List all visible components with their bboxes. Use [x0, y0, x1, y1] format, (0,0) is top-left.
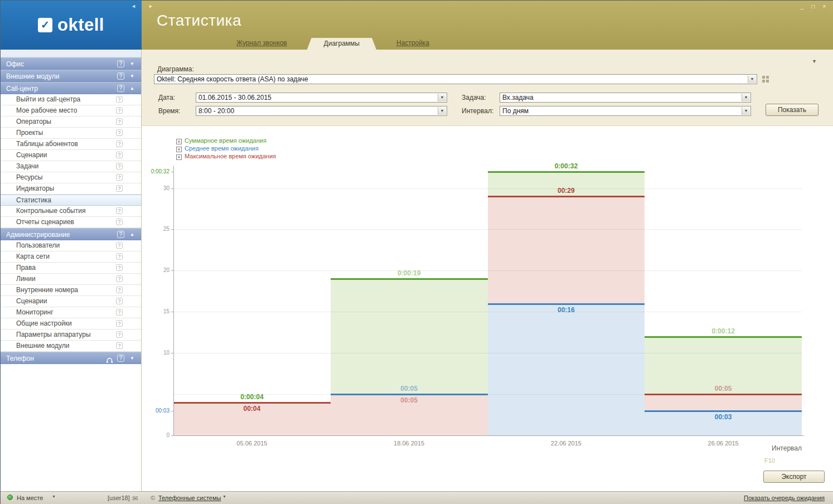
chart-line-total — [331, 278, 488, 280]
time-select[interactable]: 8:00 - 20:00 ▼ — [196, 106, 447, 116]
chevron-down-icon[interactable]: ▼ — [52, 495, 56, 498]
checkbox-checked-icon[interactable]: × — [176, 147, 182, 152]
help-icon[interactable]: ? — [116, 96, 123, 103]
chevron-down-icon: ▼ — [130, 58, 134, 70]
envelope-icon[interactable]: ✉ — [132, 495, 138, 502]
sidebar-item[interactable]: Сценарии? — [1, 150, 141, 161]
chevron-down-icon[interactable]: ▼ — [222, 495, 226, 498]
collapse-right-icon[interactable]: ► — [148, 3, 153, 9]
help-icon[interactable]: ? — [116, 129, 123, 136]
help-icon[interactable]: ? — [116, 118, 123, 125]
checkbox-checked-icon[interactable]: × — [176, 139, 182, 144]
help-icon[interactable]: ? — [116, 287, 123, 293]
help-icon[interactable]: ? — [116, 264, 123, 271]
grid-icon[interactable] — [762, 75, 769, 83]
sidebar-item[interactable]: Права? — [1, 263, 141, 274]
help-icon[interactable]: ? — [116, 309, 123, 316]
date-label: Дата: — [158, 94, 175, 101]
legend-item[interactable]: ×Среднее время ожидания — [176, 145, 276, 153]
queue-link[interactable]: Показать очередь ожидания — [744, 495, 825, 501]
sidebar-item[interactable]: Мое рабочее место? — [1, 105, 141, 117]
help-icon[interactable]: ? — [116, 163, 123, 169]
close-button[interactable]: × — [820, 3, 829, 11]
sidebar-item[interactable]: Линии? — [1, 274, 141, 285]
filter-panel: ▼ Диаграмма: Oktell: Средняя скорость от… — [142, 50, 833, 126]
help-icon[interactable]: ? — [117, 72, 124, 80]
sidebar-item[interactable]: Внутренние номера? — [1, 285, 141, 296]
panel-collapse-icon[interactable]: ▼ — [812, 59, 817, 64]
sidebar-item[interactable]: Ресурсы? — [1, 172, 141, 183]
help-icon[interactable]: ? — [116, 275, 123, 282]
presence-status[interactable]: На месте — [17, 495, 43, 501]
sidebar-section-header[interactable]: Call-центр?▲ — [1, 82, 141, 94]
sidebar-item[interactable]: Индикаторы? — [1, 183, 141, 195]
help-icon[interactable]: ? — [117, 85, 124, 92]
help-icon[interactable]: ? — [116, 342, 123, 349]
minimize-button[interactable]: _ — [797, 3, 807, 11]
help-icon[interactable]: ? — [116, 298, 123, 304]
help-icon[interactable]: ? — [116, 219, 123, 225]
sidebar-item[interactable]: Таблицы абонентов? — [1, 139, 141, 150]
date-select[interactable]: 01.06.2015 - 30.06.2015 ▼ — [196, 93, 447, 103]
sidebar-item[interactable]: Отчеты сценариев? — [1, 217, 141, 228]
sidebar-item[interactable]: Карта сети? — [1, 251, 141, 263]
maximize-button[interactable]: □ — [808, 3, 818, 11]
sidebar-section-header[interactable]: Администрирование?▲ — [1, 228, 141, 240]
export-button[interactable]: Экспорт — [763, 471, 825, 483]
help-icon[interactable]: ? — [117, 60, 124, 67]
legend-item[interactable]: ×Максимальное время ожидания — [176, 153, 276, 161]
legend-label: Суммарное время ожидания — [185, 137, 267, 144]
help-icon[interactable]: ? — [116, 207, 123, 214]
sidebar-item[interactable]: Выйти из call-центра? — [1, 94, 141, 105]
sidebar-item-label: Выйти из call-центра — [16, 95, 80, 103]
headset-icon — [106, 355, 113, 367]
sidebar-item[interactable]: Контрольные события? — [1, 206, 141, 217]
sidebar-item[interactable]: Параметры аппаратуры? — [1, 329, 141, 341]
help-icon[interactable]: ? — [116, 242, 123, 249]
sidebar-item[interactable]: Проекты? — [1, 128, 141, 139]
dropdown-arrow-icon[interactable]: ▼ — [748, 75, 756, 83]
legend-item[interactable]: ×Суммарное время ожидания — [176, 137, 276, 145]
help-icon[interactable]: ? — [116, 152, 123, 158]
dropdown-arrow-icon[interactable]: ▼ — [742, 94, 750, 101]
dropdown-arrow-icon[interactable]: ▼ — [438, 107, 446, 115]
chart-value-label: 00:29 — [488, 187, 645, 195]
sidebar-item[interactable]: Пользователи? — [1, 240, 141, 251]
sidebar-item[interactable]: Статистика — [1, 195, 141, 206]
sidebar-item[interactable]: Общие настройки? — [1, 318, 141, 329]
sidebar-item[interactable]: Операторы? — [1, 117, 141, 128]
help-icon[interactable]: ? — [116, 185, 123, 192]
help-icon[interactable]: ? — [116, 107, 123, 114]
task-select[interactable]: Вх.задача ▼ — [500, 93, 751, 103]
sidebar-item-label: Статистика — [16, 196, 51, 204]
sidebar-item[interactable]: Сценарии? — [1, 296, 141, 307]
chart-value-label: 0:00:12 — [645, 327, 802, 335]
header-tab[interactable]: Журнал звонков — [236, 39, 287, 50]
y-axis-label: 0 — [142, 432, 169, 439]
sidebar-section-header[interactable]: Офис?▼ — [1, 57, 141, 70]
time-label: Время: — [158, 107, 180, 115]
show-button[interactable]: Показать — [766, 104, 819, 116]
company-link[interactable]: Телефонные системы — [158, 495, 221, 501]
interval-select[interactable]: По дням ▼ — [500, 106, 751, 116]
help-icon[interactable]: ? — [116, 140, 123, 147]
y-axis-label: 15 — [142, 308, 169, 315]
dropdown-arrow-icon[interactable]: ▼ — [438, 94, 446, 101]
diagram-select[interactable]: Oktell: Средняя скорость ответа (ASA) по… — [154, 74, 757, 84]
checkbox-checked-icon[interactable]: × — [176, 154, 182, 160]
sidebar-section-header[interactable]: Внешние модули?▼ — [1, 70, 141, 82]
sidebar-section-header[interactable]: Телефон?▼ — [1, 352, 141, 364]
header-tab[interactable]: Настройка — [396, 39, 429, 50]
help-icon[interactable]: ? — [116, 320, 123, 327]
help-icon[interactable]: ? — [117, 231, 124, 238]
sidebar-item[interactable]: Мониторинг? — [1, 307, 141, 318]
help-icon[interactable]: ? — [116, 253, 123, 260]
sidebar-item[interactable]: Задачи? — [1, 161, 141, 172]
help-icon[interactable]: ? — [116, 174, 123, 181]
help-icon[interactable]: ? — [116, 331, 123, 338]
sidebar-item[interactable]: Внешние модули? — [1, 341, 141, 352]
dropdown-arrow-icon[interactable]: ▼ — [742, 107, 750, 115]
header-tab[interactable]: Диаграммы — [307, 38, 376, 50]
sidebar-item-label: Проекты — [16, 129, 43, 137]
help-icon[interactable]: ? — [117, 355, 124, 362]
